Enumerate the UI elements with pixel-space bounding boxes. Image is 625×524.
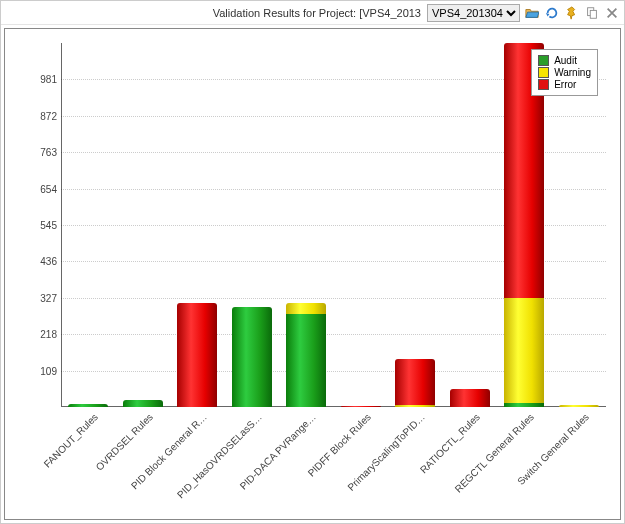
bars-container: FANOUT_RulesOVRDSEL RulesPID Block Gener… — [61, 43, 606, 407]
legend-item-warning: Warning — [538, 67, 591, 78]
bar[interactable] — [68, 404, 108, 407]
validation-results-window: Validation Results for Project: [VPS4_20… — [0, 0, 625, 524]
bar[interactable] — [123, 400, 163, 407]
bar-slot[interactable]: PID-DACA PVRange… — [279, 43, 334, 407]
folder-open-icon[interactable] — [524, 5, 540, 21]
refresh-icon[interactable] — [544, 5, 560, 21]
bar-segment-warn[interactable] — [395, 405, 435, 407]
bar-segment-audit[interactable] — [68, 404, 108, 407]
bar-segment-error[interactable] — [450, 389, 490, 407]
bar-segment-warn[interactable] — [559, 405, 599, 407]
pin-icon[interactable] — [564, 5, 580, 21]
ytick-label: 872 — [25, 110, 57, 121]
bar-slot[interactable]: PIDFF Block Rules — [334, 43, 389, 407]
bar-slot[interactable]: Switch General Rules — [552, 43, 607, 407]
project-select[interactable]: VPS4_201304 — [427, 4, 520, 22]
bar[interactable] — [559, 405, 599, 407]
ytick-label: 327 — [25, 292, 57, 303]
xtick-label: OVRDSEL Rules — [93, 411, 154, 472]
legend: Audit Warning Error — [531, 49, 598, 96]
legend-label-audit: Audit — [554, 55, 577, 66]
bar[interactable] — [286, 303, 326, 407]
bar-slot[interactable]: FANOUT_Rules — [61, 43, 116, 407]
bar-segment-error[interactable] — [341, 406, 381, 407]
bar[interactable] — [504, 43, 544, 407]
bar-slot[interactable]: OVRDSEL Rules — [116, 43, 171, 407]
legend-swatch-audit — [538, 55, 549, 66]
bar-segment-error[interactable] — [395, 359, 435, 406]
ytick-label: 763 — [25, 147, 57, 158]
bar[interactable] — [232, 307, 272, 407]
bar-slot[interactable]: PID Block General R… — [170, 43, 225, 407]
ytick-label: 109 — [25, 365, 57, 376]
bar-segment-error[interactable] — [177, 303, 217, 407]
ytick-label: 981 — [25, 74, 57, 85]
legend-label-error: Error — [554, 79, 576, 90]
ytick-label: 218 — [25, 329, 57, 340]
legend-item-audit: Audit — [538, 55, 591, 66]
window-title: Validation Results for Project: [VPS4_20… — [5, 7, 423, 19]
bar-slot[interactable]: PID_HasOVRDSELasS… — [225, 43, 280, 407]
legend-swatch-warning — [538, 67, 549, 78]
chart-area: FANOUT_RulesOVRDSEL RulesPID Block Gener… — [4, 28, 621, 520]
bar-segment-audit[interactable] — [504, 403, 544, 407]
bar[interactable] — [450, 389, 490, 407]
ytick-label: 654 — [25, 183, 57, 194]
bar-segment-audit[interactable] — [123, 400, 163, 407]
bar-slot[interactable]: REGCTL General Rules — [497, 43, 552, 407]
bar-slot[interactable]: RATIOCTL_Rules — [443, 43, 498, 407]
plot-region: FANOUT_RulesOVRDSEL RulesPID Block Gener… — [61, 43, 606, 407]
legend-swatch-error — [538, 79, 549, 90]
legend-item-error: Error — [538, 79, 591, 90]
copy-icon[interactable] — [584, 5, 600, 21]
ytick-label: 545 — [25, 220, 57, 231]
bar[interactable] — [341, 406, 381, 407]
bar[interactable] — [395, 359, 435, 407]
ytick-label: 436 — [25, 256, 57, 267]
bar-slot[interactable]: PrimaryScalingToPID… — [388, 43, 443, 407]
legend-label-warning: Warning — [554, 67, 591, 78]
close-icon[interactable] — [604, 5, 620, 21]
titlebar: Validation Results for Project: [VPS4_20… — [1, 1, 624, 25]
bar-segment-warn[interactable] — [504, 298, 544, 403]
svg-rect-1 — [590, 10, 596, 18]
bar-segment-audit[interactable] — [232, 307, 272, 407]
bar[interactable] — [177, 303, 217, 407]
bar-segment-audit[interactable] — [286, 314, 326, 407]
xtick-label: FANOUT_Rules — [42, 411, 100, 469]
bar-segment-warn[interactable] — [286, 303, 326, 313]
